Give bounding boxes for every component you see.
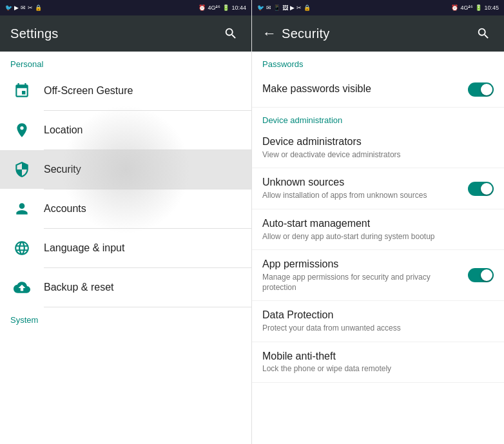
time-left: 10:44 bbox=[231, 5, 246, 11]
left-scroll-content: Personal Off-Screen Gesture Location Sec… bbox=[0, 52, 251, 444]
unknown-sources-title: Unknown sources bbox=[262, 176, 460, 189]
toolbar-left: ← Security bbox=[262, 25, 330, 42]
mobile-anti-theft-item[interactable]: Mobile anti-theft Lock the phone or wipe… bbox=[252, 342, 504, 383]
device-administrators-content: Device administrators View or deactivate… bbox=[262, 135, 494, 160]
toggle-thumb-passwords bbox=[481, 84, 492, 95]
alarm-icon: ⏰ bbox=[199, 5, 206, 11]
make-passwords-visible-item[interactable]: Make passwords visible bbox=[252, 72, 504, 108]
unknown-sources-subtitle: Allow installation of apps from unknown … bbox=[262, 191, 460, 201]
settings-title: Settings bbox=[10, 26, 59, 41]
backup-icon bbox=[10, 276, 34, 299]
left-status-bar: 🐦 ▶ ✉ ✂ 🔒 ⏰ 4G⁴⁶ 🔋 10:44 bbox=[0, 0, 251, 15]
right-status-left-icons: 🐦 ✉ 📱 🖼 ▶ ✂ 🔒 bbox=[257, 5, 311, 11]
back-button[interactable]: ← bbox=[262, 25, 276, 42]
cut-icon: ✂ bbox=[28, 5, 33, 11]
app-permissions-title: App permissions bbox=[262, 258, 460, 271]
mobile-anti-theft-content: Mobile anti-theft Lock the phone or wipe… bbox=[262, 350, 494, 374]
menu-item-security[interactable]: Security bbox=[0, 150, 251, 189]
unknown-sources-content: Unknown sources Allow installation of ap… bbox=[262, 176, 468, 200]
left-status-left-icons: 🐦 ▶ ✉ ✂ 🔒 bbox=[5, 5, 42, 11]
alarm-icon-r: ⏰ bbox=[451, 5, 458, 11]
left-status-right-icons: ⏰ 4G⁴⁶ 🔋 10:44 bbox=[199, 5, 246, 11]
auto-start-subtitle: Allow or deny app auto-start during syst… bbox=[262, 232, 486, 242]
menu-item-backup[interactable]: Backup & reset bbox=[0, 268, 251, 307]
image-icon-r: 🖼 bbox=[282, 5, 288, 11]
youtube-icon: ▶ bbox=[14, 5, 19, 11]
right-panel: 🐦 ✉ 📱 🖼 ▶ ✂ 🔒 ⏰ 4G⁴⁶ 🔋 10:45 ← Security … bbox=[252, 0, 504, 444]
toggle-thumb-app-perms bbox=[481, 269, 492, 281]
right-scroll-content: Passwords Make passwords visible Device … bbox=[252, 52, 504, 444]
network-icon-r: 4G⁴⁶ bbox=[460, 5, 473, 11]
make-passwords-visible-content: Make passwords visible bbox=[262, 82, 468, 96]
device-administrators-subtitle: View or deactivate device administrators bbox=[262, 150, 486, 160]
security-title: Security bbox=[282, 26, 330, 41]
language-label: Language & input bbox=[44, 242, 124, 254]
lock-icon: 🔒 bbox=[35, 5, 42, 11]
security-icon bbox=[10, 158, 34, 181]
lock-icon-r: 🔒 bbox=[304, 5, 311, 11]
time-right: 10:45 bbox=[484, 5, 499, 11]
unknown-sources-item[interactable]: Unknown sources Allow installation of ap… bbox=[252, 168, 504, 209]
play-icon-r: ▶ bbox=[290, 5, 295, 11]
menu-item-off-screen-gesture[interactable]: Off-Screen Gesture bbox=[0, 72, 251, 110]
security-label: Security bbox=[44, 164, 81, 175]
twitter-icon-r: 🐦 bbox=[257, 5, 264, 11]
backup-label: Backup & reset bbox=[44, 282, 114, 293]
gesture-icon bbox=[10, 79, 34, 102]
mail-icon: ✉ bbox=[21, 5, 26, 11]
network-icon: 4G⁴⁶ bbox=[208, 5, 220, 11]
toggle-thumb-unknown bbox=[481, 183, 492, 195]
mobile-anti-theft-subtitle: Lock the phone or wipe data remotely bbox=[262, 364, 486, 374]
device-administrators-item[interactable]: Device administrators View or deactivate… bbox=[252, 128, 504, 168]
menu-item-location[interactable]: Location bbox=[0, 111, 251, 150]
unknown-sources-toggle[interactable] bbox=[468, 182, 494, 196]
auto-start-management-item[interactable]: Auto-start management Allow or deny app … bbox=[252, 209, 504, 250]
data-protection-content: Data Protection Protect your data from u… bbox=[262, 309, 494, 333]
right-toolbar: ← Security bbox=[252, 15, 504, 52]
device-administrators-title: Device administrators bbox=[262, 135, 486, 149]
data-protection-item[interactable]: Data Protection Protect your data from u… bbox=[252, 301, 504, 342]
app-permissions-item[interactable]: App permissions Manage app permissions f… bbox=[252, 250, 504, 301]
menu-item-language[interactable]: Language & input bbox=[0, 229, 251, 267]
location-label: Location bbox=[44, 124, 83, 136]
right-status-bar: 🐦 ✉ 📱 🖼 ▶ ✂ 🔒 ⏰ 4G⁴⁶ 🔋 10:45 bbox=[252, 0, 504, 15]
personal-section-header: Personal bbox=[0, 52, 251, 72]
right-status-right-icons: ⏰ 4G⁴⁶ 🔋 10:45 bbox=[451, 5, 499, 11]
right-search-icon[interactable] bbox=[473, 23, 494, 44]
cut-icon-r: ✂ bbox=[296, 5, 302, 11]
data-protection-title: Data Protection bbox=[262, 309, 486, 322]
app-permissions-content: App permissions Manage app permissions f… bbox=[262, 258, 468, 293]
app-permissions-toggle[interactable] bbox=[468, 268, 494, 282]
location-icon bbox=[10, 119, 34, 142]
battery-icon: 🔋 bbox=[222, 5, 229, 11]
off-screen-gesture-label: Off-Screen Gesture bbox=[44, 85, 133, 97]
make-passwords-visible-title: Make passwords visible bbox=[262, 82, 460, 96]
search-icon[interactable] bbox=[220, 23, 241, 44]
twitter-icon: 🐦 bbox=[5, 5, 12, 11]
battery-icon-r: 🔋 bbox=[475, 5, 482, 11]
device-admin-section-header: Device administration bbox=[252, 108, 504, 128]
language-icon bbox=[10, 236, 34, 260]
data-protection-subtitle: Protect your data from unwanted access bbox=[262, 323, 486, 334]
mail-icon-r: ✉ bbox=[266, 5, 271, 11]
accounts-icon bbox=[10, 197, 34, 220]
auto-start-title: Auto-start management bbox=[262, 217, 486, 231]
left-panel: 🐦 ▶ ✉ ✂ 🔒 ⏰ 4G⁴⁶ 🔋 10:44 Settings Person… bbox=[0, 0, 252, 444]
mobile-anti-theft-title: Mobile anti-theft bbox=[262, 350, 486, 363]
left-toolbar: Settings bbox=[0, 15, 251, 52]
passwords-section-header: Passwords bbox=[252, 52, 504, 72]
phone-icon-r: 📱 bbox=[273, 5, 280, 11]
menu-item-accounts[interactable]: Accounts bbox=[0, 189, 251, 228]
app-permissions-subtitle: Manage app permissions for security and … bbox=[262, 273, 460, 293]
auto-start-content: Auto-start management Allow or deny app … bbox=[262, 217, 494, 242]
accounts-label: Accounts bbox=[44, 203, 86, 215]
make-passwords-visible-toggle[interactable] bbox=[468, 82, 494, 97]
system-section-header: System bbox=[0, 307, 251, 327]
